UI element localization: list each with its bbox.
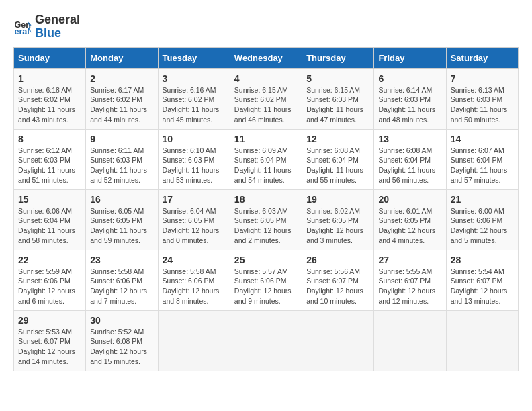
calendar-cell: 27Sunrise: 5:55 AM Sunset: 6:07 PM Dayli… (374, 250, 446, 310)
calendar-cell: 22Sunrise: 5:59 AM Sunset: 6:06 PM Dayli… (14, 250, 86, 310)
day-number: 9 (90, 134, 153, 144)
day-number: 3 (163, 73, 226, 84)
day-info: Sunrise: 6:04 AM Sunset: 6:05 PM Dayligh… (163, 206, 226, 246)
day-number: 12 (306, 134, 369, 144)
calendar-cell (158, 310, 230, 371)
day-info: Sunrise: 5:59 AM Sunset: 6:06 PM Dayligh… (18, 267, 81, 306)
day-number: 8 (18, 134, 81, 144)
day-info: Sunrise: 5:57 AM Sunset: 6:06 PM Dayligh… (234, 267, 298, 306)
svg-text:eral: eral (14, 27, 29, 36)
day-info: Sunrise: 6:13 AM Sunset: 6:03 PM Dayligh… (451, 85, 514, 125)
page-header: Gen eral General Blue (13, 13, 519, 40)
day-info: Sunrise: 6:07 AM Sunset: 6:04 PM Dayligh… (451, 146, 514, 185)
day-number: 15 (18, 194, 81, 205)
calendar-cell: 9Sunrise: 6:11 AM Sunset: 6:03 PM Daylig… (86, 129, 158, 189)
day-info: Sunrise: 6:00 AM Sunset: 6:06 PM Dayligh… (451, 206, 514, 246)
calendar-cell: 16Sunrise: 6:05 AM Sunset: 6:05 PM Dayli… (86, 189, 158, 250)
calendar-cell: 20Sunrise: 6:01 AM Sunset: 6:05 PM Dayli… (374, 189, 446, 250)
calendar-cell: 29Sunrise: 5:53 AM Sunset: 6:07 PM Dayli… (14, 310, 86, 371)
day-info: Sunrise: 6:14 AM Sunset: 6:03 PM Dayligh… (378, 85, 441, 125)
day-number: 7 (451, 73, 514, 84)
day-info: Sunrise: 6:10 AM Sunset: 6:03 PM Dayligh… (163, 146, 226, 185)
logo-text: General Blue (35, 13, 80, 40)
day-number: 1 (18, 73, 81, 84)
calendar-cell: 18Sunrise: 6:03 AM Sunset: 6:05 PM Dayli… (230, 189, 302, 250)
header-thursday: Thursday (302, 47, 374, 68)
calendar-cell: 4Sunrise: 6:15 AM Sunset: 6:02 PM Daylig… (230, 68, 302, 129)
header-saturday: Saturday (446, 47, 518, 68)
day-number: 21 (451, 194, 514, 205)
day-number: 20 (378, 194, 441, 205)
day-info: Sunrise: 6:01 AM Sunset: 6:05 PM Dayligh… (378, 206, 441, 246)
calendar-cell: 12Sunrise: 6:08 AM Sunset: 6:04 PM Dayli… (302, 129, 374, 189)
calendar-cell: 24Sunrise: 5:58 AM Sunset: 6:06 PM Dayli… (158, 250, 230, 310)
day-info: Sunrise: 5:58 AM Sunset: 6:06 PM Dayligh… (163, 267, 226, 306)
day-info: Sunrise: 6:15 AM Sunset: 6:02 PM Dayligh… (234, 85, 298, 125)
day-info: Sunrise: 6:08 AM Sunset: 6:04 PM Dayligh… (378, 146, 441, 185)
day-info: Sunrise: 6:18 AM Sunset: 6:02 PM Dayligh… (18, 85, 81, 125)
calendar-cell: 21Sunrise: 6:00 AM Sunset: 6:06 PM Dayli… (446, 189, 518, 250)
calendar-cell: 2Sunrise: 6:17 AM Sunset: 6:02 PM Daylig… (86, 68, 158, 129)
calendar-cell: 17Sunrise: 6:04 AM Sunset: 6:05 PM Dayli… (158, 189, 230, 250)
header-wednesday: Wednesday (230, 47, 302, 68)
calendar-cell: 7Sunrise: 6:13 AM Sunset: 6:03 PM Daylig… (446, 68, 518, 129)
day-info: Sunrise: 6:03 AM Sunset: 6:05 PM Dayligh… (234, 206, 298, 246)
logo-icon: Gen eral (13, 17, 32, 36)
calendar-cell: 26Sunrise: 5:56 AM Sunset: 6:07 PM Dayli… (302, 250, 374, 310)
calendar-header-row: SundayMondayTuesdayWednesdayThursdayFrid… (14, 47, 519, 68)
day-info: Sunrise: 6:15 AM Sunset: 6:03 PM Dayligh… (306, 85, 369, 125)
calendar-week-1: 1Sunrise: 6:18 AM Sunset: 6:02 PM Daylig… (14, 68, 519, 129)
calendar-cell (446, 310, 518, 371)
day-info: Sunrise: 5:56 AM Sunset: 6:07 PM Dayligh… (306, 267, 369, 306)
calendar-week-3: 15Sunrise: 6:06 AM Sunset: 6:04 PM Dayli… (14, 189, 519, 250)
day-number: 2 (90, 73, 153, 84)
calendar-cell: 6Sunrise: 6:14 AM Sunset: 6:03 PM Daylig… (374, 68, 446, 129)
day-number: 4 (234, 73, 298, 84)
day-info: Sunrise: 6:08 AM Sunset: 6:04 PM Dayligh… (306, 146, 369, 185)
logo: Gen eral General Blue (13, 13, 80, 40)
day-number: 14 (451, 134, 514, 144)
day-number: 28 (451, 255, 514, 265)
day-number: 25 (234, 255, 298, 265)
day-number: 10 (163, 134, 226, 144)
calendar-table: SundayMondayTuesdayWednesdayThursdayFrid… (13, 47, 519, 371)
calendar-week-4: 22Sunrise: 5:59 AM Sunset: 6:06 PM Dayli… (14, 250, 519, 310)
day-number: 6 (378, 73, 441, 84)
calendar-week-2: 8Sunrise: 6:12 AM Sunset: 6:03 PM Daylig… (14, 129, 519, 189)
calendar-week-5: 29Sunrise: 5:53 AM Sunset: 6:07 PM Dayli… (14, 310, 519, 371)
day-info: Sunrise: 5:58 AM Sunset: 6:06 PM Dayligh… (90, 267, 153, 306)
calendar-cell: 15Sunrise: 6:06 AM Sunset: 6:04 PM Dayli… (14, 189, 86, 250)
day-info: Sunrise: 6:09 AM Sunset: 6:04 PM Dayligh… (234, 146, 298, 185)
calendar-cell: 14Sunrise: 6:07 AM Sunset: 6:04 PM Dayli… (446, 129, 518, 189)
day-number: 23 (90, 255, 153, 265)
calendar-cell: 5Sunrise: 6:15 AM Sunset: 6:03 PM Daylig… (302, 68, 374, 129)
day-info: Sunrise: 6:06 AM Sunset: 6:04 PM Dayligh… (18, 206, 81, 246)
day-info: Sunrise: 5:52 AM Sunset: 6:08 PM Dayligh… (90, 327, 153, 367)
calendar-cell: 11Sunrise: 6:09 AM Sunset: 6:04 PM Dayli… (230, 129, 302, 189)
calendar-cell: 3Sunrise: 6:16 AM Sunset: 6:02 PM Daylig… (158, 68, 230, 129)
day-number: 16 (90, 194, 153, 205)
day-number: 29 (18, 315, 81, 326)
calendar-cell: 8Sunrise: 6:12 AM Sunset: 6:03 PM Daylig… (14, 129, 86, 189)
day-number: 13 (378, 134, 441, 144)
day-number: 11 (234, 134, 298, 144)
day-number: 5 (306, 73, 369, 84)
day-number: 22 (18, 255, 81, 265)
day-info: Sunrise: 6:17 AM Sunset: 6:02 PM Dayligh… (90, 85, 153, 125)
header-monday: Monday (86, 47, 158, 68)
day-number: 26 (306, 255, 369, 265)
day-info: Sunrise: 5:53 AM Sunset: 6:07 PM Dayligh… (18, 327, 81, 367)
day-number: 18 (234, 194, 298, 205)
day-info: Sunrise: 6:12 AM Sunset: 6:03 PM Dayligh… (18, 146, 81, 185)
calendar-cell: 23Sunrise: 5:58 AM Sunset: 6:06 PM Dayli… (86, 250, 158, 310)
header-tuesday: Tuesday (158, 47, 230, 68)
day-number: 24 (163, 255, 226, 265)
calendar-cell: 19Sunrise: 6:02 AM Sunset: 6:05 PM Dayli… (302, 189, 374, 250)
day-info: Sunrise: 6:16 AM Sunset: 6:02 PM Dayligh… (163, 85, 226, 125)
header-sunday: Sunday (14, 47, 86, 68)
calendar-cell: 13Sunrise: 6:08 AM Sunset: 6:04 PM Dayli… (374, 129, 446, 189)
calendar-cell: 28Sunrise: 5:54 AM Sunset: 6:07 PM Dayli… (446, 250, 518, 310)
day-number: 27 (378, 255, 441, 265)
calendar-cell (374, 310, 446, 371)
calendar-cell (230, 310, 302, 371)
